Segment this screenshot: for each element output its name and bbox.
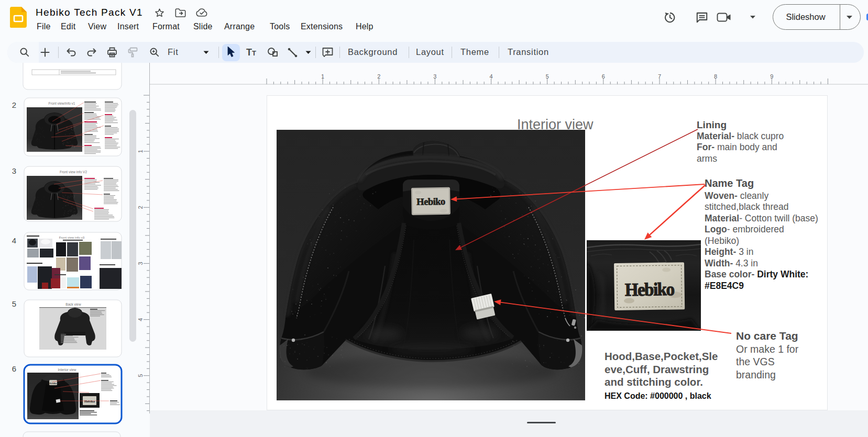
svg-text:1: 1 <box>321 73 324 80</box>
svg-text:5: 5 <box>12 299 16 308</box>
svg-text:9: 9 <box>770 73 773 80</box>
svg-text:Front view/info v1: Front view/info v1 <box>49 102 75 105</box>
svg-text:6: 6 <box>12 364 16 373</box>
svg-text:7: 7 <box>658 73 661 80</box>
svg-text:Front view info V2: Front view info V2 <box>60 170 87 174</box>
svg-text:Front view info v3: Front view info v3 <box>59 236 85 239</box>
svg-text:5: 5 <box>546 73 549 80</box>
svg-text:6: 6 <box>602 73 605 80</box>
svg-text:3: 3 <box>12 166 16 175</box>
svg-text:2: 2 <box>12 100 16 109</box>
svg-text:Hebika: Hebika <box>84 399 95 403</box>
svg-text:4: 4 <box>490 73 493 80</box>
svg-text:3: 3 <box>433 73 436 80</box>
svg-text:Back view: Back view <box>65 302 81 306</box>
svg-text:2: 2 <box>377 73 380 80</box>
svg-text:4: 4 <box>12 236 16 245</box>
svg-text:8: 8 <box>714 73 717 80</box>
svg-text:Hebiko: Hebiko <box>49 382 57 385</box>
svg-text:Interior view: Interior view <box>58 368 76 372</box>
